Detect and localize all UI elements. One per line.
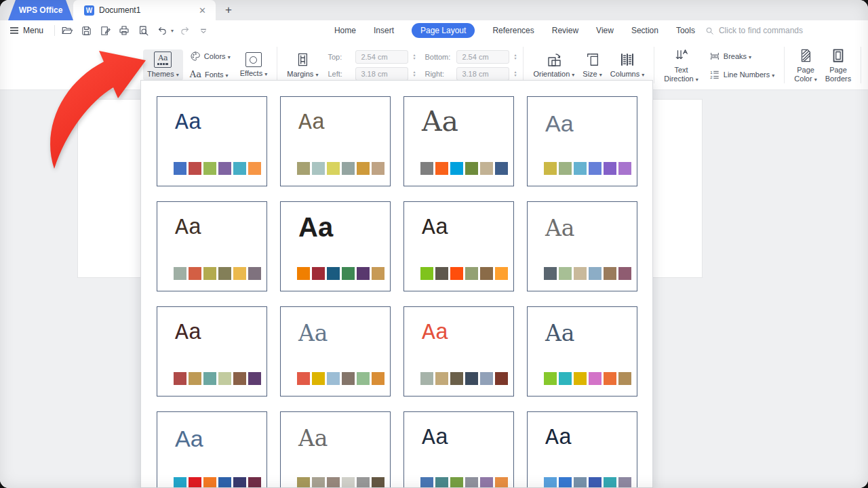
columns-button[interactable]: Columns ▾: [606, 49, 648, 81]
document-tab[interactable]: W Document1 ✕: [73, 0, 216, 20]
save-as-button[interactable]: [97, 23, 113, 38]
writer-doc-icon: W: [84, 5, 94, 16]
theme-preview-text: Aa: [545, 322, 637, 344]
theme-preview-text: Aa: [175, 112, 267, 134]
themes-grid: Aa Aa Aa Aa Aa Aa Aa Aa Aa Aa Aa: [141, 81, 652, 488]
theme-preview-text: Aa: [422, 217, 513, 239]
undo-dropdown-caret-icon[interactable]: ▾: [171, 28, 174, 34]
page-borders-button[interactable]: PageBorders: [821, 45, 856, 85]
theme-color-swatches: [420, 372, 508, 385]
margin-top-stepper[interactable]: ▴▾: [413, 54, 415, 60]
wrap-text-button[interactable]: WrapText ▾: [865, 46, 868, 84]
theme-card[interactable]: Aa: [157, 96, 267, 186]
margins-button[interactable]: Margins ▾: [283, 49, 322, 81]
command-search[interactable]: Click to find commands: [705, 26, 803, 36]
theme-card[interactable]: Aa: [527, 411, 637, 488]
breaks-button[interactable]: Breaks ▾: [707, 49, 778, 63]
theme-color-swatches: [544, 477, 631, 488]
margin-left-stepper[interactable]: ▴▾: [413, 70, 415, 77]
ribbon-tab-view[interactable]: View: [596, 26, 614, 35]
ribbon-tab-section[interactable]: Section: [631, 26, 658, 35]
menu-row: Menu ▾ HomeInsertPage LayoutReferencesRe…: [0, 20, 868, 41]
color-swatch: [327, 477, 340, 488]
margins-icon: [295, 52, 310, 68]
color-swatch: [495, 477, 508, 488]
theme-preview-text: Aa: [298, 112, 390, 134]
dropdown-caret-icon: ▾: [749, 54, 751, 60]
color-swatch: [327, 372, 340, 385]
margin-bottom-input[interactable]: 2.54 cm: [456, 50, 509, 64]
ribbon-tab-home[interactable]: Home: [334, 26, 356, 35]
ribbon-tab-tools[interactable]: Tools: [676, 26, 695, 35]
color-swatch: [218, 372, 231, 385]
undo-button[interactable]: [154, 23, 170, 38]
customize-toolbar-button[interactable]: [195, 23, 212, 38]
theme-card[interactable]: Aa: [157, 306, 267, 396]
print-preview-button[interactable]: [135, 23, 151, 38]
color-swatch: [174, 477, 186, 488]
close-tab-icon[interactable]: ✕: [196, 5, 209, 16]
theme-card[interactable]: Aa: [403, 96, 514, 186]
color-swatch: [574, 162, 587, 175]
save-button[interactable]: [78, 23, 94, 38]
theme-fonts-button[interactable]: Aa Fonts ▾: [187, 68, 233, 81]
ribbon-tab-review[interactable]: Review: [552, 26, 578, 35]
theme-card[interactable]: Aa: [403, 411, 514, 488]
margin-fields: Top: 2.54 cm ▴▾ Bottom: 2.54 cm ▴▾ Left:…: [328, 50, 516, 81]
wps-office-window: WPS Office W Document1 ✕ + Menu ▾ HomeIn…: [0, 0, 868, 488]
wps-office-home-tab[interactable]: WPS Office: [8, 0, 73, 20]
color-swatch: [174, 162, 186, 175]
color-swatch: [342, 162, 355, 175]
margin-right-input[interactable]: 3.18 cm: [456, 67, 509, 81]
theme-card[interactable]: Aa: [527, 306, 637, 396]
theme-card[interactable]: Aa: [280, 201, 391, 291]
theme-card[interactable]: Aa: [280, 96, 391, 186]
theme-preview-text: Aa: [545, 427, 637, 449]
menu-button[interactable]: Menu: [0, 26, 50, 35]
color-swatch: [465, 267, 478, 280]
margin-right-label: Right:: [425, 70, 453, 78]
theme-card[interactable]: Aa: [527, 201, 637, 291]
print-button[interactable]: [116, 23, 132, 38]
theme-card[interactable]: Aa: [403, 201, 514, 291]
theme-card[interactable]: Aa: [280, 411, 391, 488]
margin-bottom-stepper[interactable]: ▴▾: [514, 54, 516, 60]
margin-right-stepper[interactable]: ▴▾: [514, 70, 516, 77]
color-swatch: [248, 372, 261, 385]
color-swatch: [495, 162, 508, 175]
color-swatch: [495, 372, 508, 385]
line-numbers-button[interactable]: 12 Line Numbers ▾: [707, 68, 778, 81]
themes-button[interactable]: Aa Themes ▾: [143, 49, 183, 81]
color-swatch: [342, 372, 355, 385]
theme-card[interactable]: Aa: [403, 306, 514, 396]
theme-card[interactable]: Aa: [280, 306, 391, 396]
ribbon-tab-page-layout[interactable]: Page Layout: [412, 23, 475, 38]
color-swatch: [480, 477, 493, 488]
ribbon-tab-insert[interactable]: Insert: [374, 26, 394, 35]
size-button[interactable]: Size ▾: [578, 49, 606, 81]
theme-card[interactable]: Aa: [157, 411, 267, 488]
color-swatch: [420, 267, 433, 280]
margin-top-input[interactable]: 2.54 cm: [355, 50, 408, 64]
new-tab-button[interactable]: +: [216, 0, 241, 20]
theme-effects-button[interactable]: Effects ▾: [236, 50, 272, 80]
color-swatch: [327, 267, 340, 280]
ribbon-tab-references[interactable]: References: [492, 26, 534, 35]
theme-card[interactable]: Aa: [157, 201, 267, 291]
search-icon: [705, 26, 715, 36]
breaks-icon: [709, 51, 720, 62]
margin-left-input[interactable]: 3.18 cm: [355, 67, 408, 81]
text-direction-button[interactable]: TextDirection ▾: [660, 45, 702, 85]
color-swatch: [297, 162, 310, 175]
theme-colors-button[interactable]: Colors ▾: [187, 49, 233, 63]
page-color-button[interactable]: PageColor ▾: [790, 45, 821, 85]
color-swatch: [604, 372, 616, 385]
theme-preview-text: Aa: [422, 427, 513, 449]
color-swatch: [248, 162, 261, 175]
orientation-button[interactable]: Orientation ▾: [529, 49, 578, 81]
open-file-button[interactable]: [59, 23, 75, 38]
redo-button[interactable]: [176, 23, 193, 38]
theme-card[interactable]: Aa: [527, 96, 637, 186]
dropdown-caret-icon: ▾: [572, 72, 574, 78]
color-swatch: [495, 267, 508, 280]
